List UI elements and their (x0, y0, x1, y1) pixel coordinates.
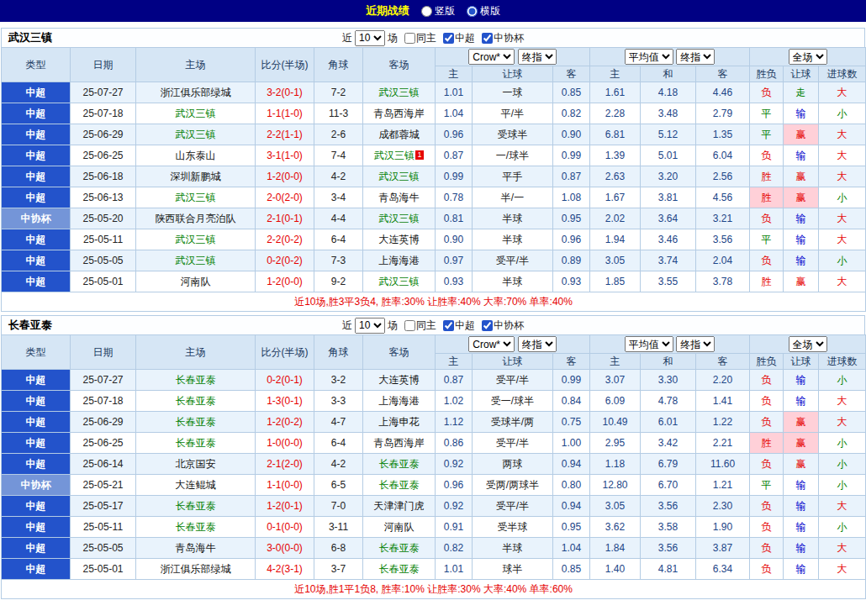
away-team-link[interactable]: 武汉三镇 (379, 276, 420, 287)
match-count-select[interactable]: 10 (355, 30, 385, 46)
away-team-link[interactable]: 成都蓉城 (379, 129, 420, 140)
home-team-link[interactable]: 长春亚泰 (176, 500, 216, 512)
away-team-link[interactable]: 武汉三镇 (379, 87, 420, 98)
home-team-link[interactable]: 青岛海牛 (176, 542, 216, 554)
home-team-link[interactable]: 长春亚泰 (176, 395, 216, 407)
score-link[interactable]: 1-2(0-0) (256, 271, 314, 292)
home-team-link[interactable]: 河南队 (181, 276, 211, 287)
score-link[interactable]: 2-1(2-0) (256, 454, 314, 475)
league-super-option[interactable]: 中超 (439, 319, 475, 333)
same-home-checkbox[interactable] (404, 320, 415, 331)
score-link[interactable]: 0-2(0-2) (256, 250, 314, 271)
league-super-checkbox[interactable] (443, 33, 454, 44)
scope-select[interactable]: 全场 (789, 49, 827, 65)
home-team-link[interactable]: 长春亚泰 (176, 416, 216, 428)
asian-time-select[interactable]: 终指 (518, 49, 557, 65)
home-team-link[interactable]: 陕西联合月亮泊队 (156, 213, 236, 224)
score-link[interactable]: 2-1(0-1) (256, 208, 314, 229)
match-row: 中超25-06-29长春亚泰1-2(0-2)4-7上海申花1.12受球半/两0.… (2, 412, 866, 433)
away-team-link[interactable]: 长春亚泰 (379, 458, 420, 470)
score-link[interactable]: 1-1(1-0) (256, 103, 314, 124)
league-super-option[interactable]: 中超 (439, 31, 475, 45)
league-super-checkbox[interactable] (443, 320, 454, 331)
score-link[interactable]: 1-0(0-0) (256, 433, 314, 454)
score-link[interactable]: 1-2(0-2) (256, 412, 314, 433)
league-cup-checkbox[interactable] (482, 33, 493, 44)
score-link[interactable]: 0-2(0-1) (256, 370, 314, 391)
home-team-link[interactable]: 长春亚泰 (176, 374, 216, 386)
euro-time-select[interactable]: 终指 (676, 49, 715, 65)
handicap-result-cell: 赢 (784, 166, 819, 187)
handicap-result-cell: 赢 (784, 454, 819, 475)
away-team-link[interactable]: 武汉三镇 (379, 171, 420, 182)
away-team-link[interactable]: 武汉三镇 (379, 213, 420, 224)
home-team-link[interactable]: 浙江俱乐部绿城 (161, 87, 231, 98)
score-link[interactable]: 2-0(2-0) (256, 187, 314, 208)
home-team-link[interactable]: 武汉三镇 (176, 108, 216, 119)
score-link[interactable]: 1-2(0-0) (256, 166, 314, 187)
home-team-link[interactable]: 北京国安 (176, 458, 216, 470)
home-team-link[interactable]: 长春亚泰 (176, 521, 216, 533)
scope-select[interactable]: 全场 (789, 336, 827, 352)
col-header-score: 比分(半场) (256, 335, 314, 370)
same-home-option[interactable]: 同主 (400, 31, 436, 45)
layout-option-horizontal[interactable]: 横版 (467, 4, 500, 18)
bookmaker-select[interactable]: Crow* (468, 49, 515, 65)
home-team-link[interactable]: 大连鲲城 (176, 479, 216, 491)
home-team-link[interactable]: 武汉三镇 (176, 234, 216, 245)
home-team-link[interactable]: 武汉三镇 (176, 192, 216, 203)
asian-time-select[interactable]: 终指 (518, 336, 557, 352)
goals-result-cell: 大 (819, 124, 866, 145)
away-team-link[interactable]: 武汉三镇 (374, 150, 415, 161)
horizontal-radio[interactable] (467, 6, 478, 17)
away-team-link[interactable]: 上海海港 (379, 395, 420, 407)
euro-odds-group-header: 平均值 终指 (590, 335, 750, 354)
euro-avg-select[interactable]: 平均值 (625, 49, 673, 65)
away-team-link[interactable]: 长春亚泰 (379, 542, 420, 554)
home-team-link[interactable]: 武汉三镇 (176, 255, 216, 266)
away-team-link[interactable]: 上海申花 (379, 416, 420, 428)
score-link[interactable]: 1-3(0-1) (256, 391, 314, 412)
away-team-link[interactable]: 河南队 (384, 521, 415, 533)
score-link[interactable]: 0-1(0-0) (256, 517, 314, 538)
summary-row: 近10场,胜3平3负4, 胜率:30% 让胜率:40% 大率:70% 单率:40… (2, 292, 866, 312)
away-team-link[interactable]: 大连英博 (379, 374, 420, 386)
vertical-radio[interactable] (421, 6, 432, 17)
layout-option-vertical[interactable]: 竖版 (421, 4, 455, 18)
score-link[interactable]: 3-2(0-1) (256, 82, 314, 103)
handicap-line: 受一/球半 (473, 391, 553, 412)
asian-away-odds: 0.85 (553, 82, 590, 103)
score-link[interactable]: 1-2(0-1) (256, 496, 314, 517)
euro-home-odds: 1.18 (590, 454, 641, 475)
home-team-link[interactable]: 武汉三镇 (176, 129, 216, 140)
score-link[interactable]: 1-1(0-0) (256, 475, 314, 496)
score-link[interactable]: 2-2(0-2) (256, 229, 314, 250)
match-count-select[interactable]: 10 (355, 318, 385, 334)
league-cup-checkbox[interactable] (482, 320, 493, 331)
score-link[interactable]: 3-1(1-0) (256, 145, 314, 166)
away-team-link[interactable]: 长春亚泰 (379, 479, 420, 491)
score-link[interactable]: 3-0(0-0) (256, 538, 314, 559)
away-team-link[interactable]: 青岛西海岸 (374, 108, 425, 119)
bookmaker-select[interactable]: Crow* (468, 336, 515, 352)
league-cup-option[interactable]: 中协杯 (478, 31, 524, 45)
euro-avg-select[interactable]: 平均值 (625, 336, 673, 352)
away-team-link[interactable]: 大连英博 (379, 234, 420, 245)
home-team-link[interactable]: 长春亚泰 (176, 437, 216, 449)
home-team-link[interactable]: 深圳新鹏城 (171, 171, 221, 182)
euro-home-odds: 1.94 (590, 229, 641, 250)
same-home-checkbox[interactable] (404, 33, 415, 44)
away-team-link[interactable]: 天津津门虎 (374, 500, 425, 512)
score-link[interactable]: 4-2(3-1) (256, 559, 314, 580)
corner-score: 7-2 (314, 82, 363, 103)
euro-time-select[interactable]: 终指 (676, 336, 715, 352)
away-team-link[interactable]: 长春亚泰 (379, 563, 420, 575)
home-team-link[interactable]: 山东泰山 (176, 150, 216, 161)
away-team-link[interactable]: 青岛海牛 (379, 192, 420, 203)
away-team-link[interactable]: 青岛西海岸 (374, 437, 425, 449)
same-home-option[interactable]: 同主 (400, 319, 436, 333)
home-team-link[interactable]: 浙江俱乐部绿城 (161, 563, 231, 575)
score-link[interactable]: 2-2(1-1) (256, 124, 314, 145)
league-cup-option[interactable]: 中协杯 (478, 319, 524, 333)
away-team-link[interactable]: 上海海港 (379, 255, 420, 266)
